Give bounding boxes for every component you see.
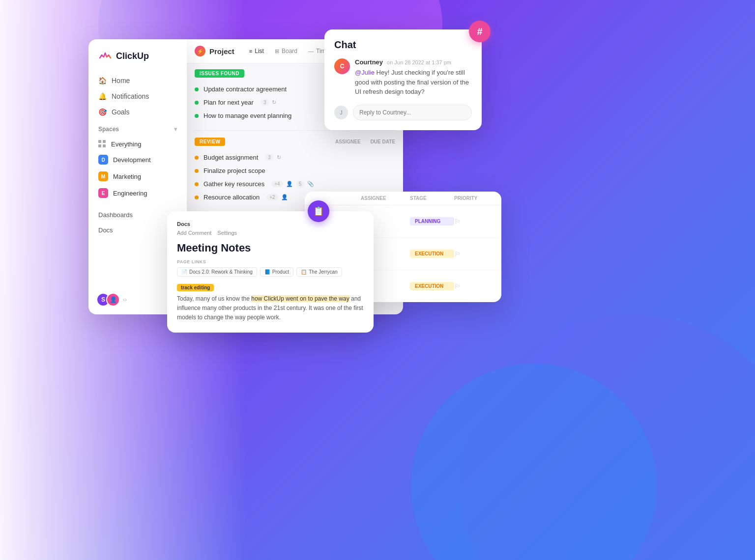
spaces-section-header: Spaces ▾ [88,120,187,137]
col-due-review: DUE DATE [371,139,395,144]
task-extras: 3 ↻ [261,99,277,106]
space-development-label: Development [113,156,151,164]
link-label-3: The Jerrycan [309,269,337,275]
col-assignee-review: ASSIGNEE [335,139,361,144]
link-label-2: Product [272,269,289,275]
task-dot [195,101,199,105]
space-item-everything[interactable]: Everything [88,137,187,151]
section-divider [195,130,395,131]
badge-review: REVIEW [195,138,225,146]
task-extras: +2 👤 [266,194,288,200]
chat-reply-input[interactable] [353,105,472,120]
chat-meta: Courtney on Jun 28 2022 at 1:37 pm [355,58,472,66]
space-dot-development: D [98,155,108,165]
task-label: Finalize project scope [203,167,265,174]
footer-chevron: ‹› [123,296,127,303]
chat-mention: @Julie [355,69,375,76]
chat-reply-row: J [334,105,472,120]
task-label: How to manage event planning [203,112,291,119]
doc-float-icon: 📋 [308,200,329,222]
home-icon: 🏠 [98,77,107,84]
priority-icon: 🏳 [454,218,494,225]
priority-icon: 🏳 [454,282,494,290]
doc-icon-symbol: 📋 [313,206,324,217]
col-priority-h: PRIORITY [454,196,494,201]
table-header: ASSIGNEE STAGE PRIORITY [305,192,501,205]
link-icon-3: 📋 [301,269,307,275]
tab-board[interactable]: ⊞ Board [270,45,302,57]
space-item-development[interactable]: D Development [88,151,187,168]
dashboards-label: Dashboards [98,211,133,219]
task-item[interactable]: Finalize project scope [195,164,395,177]
doc-panel: 📋 Docs Add Comment Settings Meeting Note… [167,211,374,333]
doc-highlight: how ClickUp went on to pave the way [251,295,349,302]
doc-body: Today, many of us know the how ClickUp w… [177,294,364,323]
space-item-marketing[interactable]: M Marketing [88,168,187,185]
task-item[interactable]: Gather key resources +4 👤 5 📎 [195,177,395,191]
tab-board-label: Board [282,48,297,55]
docs-label: Docs [98,226,113,234]
task-dot [195,156,199,160]
chat-time: on Jun 28 2022 at 1:37 pm [387,59,451,65]
link-label-1: Docs 2.0: Rework & Thinking [189,269,253,275]
logo: ClickUp [88,49,187,73]
sidebar-item-home[interactable]: 🏠 Home [88,73,187,88]
task-dot [195,196,199,199]
project-label: Project [209,47,234,56]
chat-content: Courtney on Jun 28 2022 at 1:37 pm @Juli… [355,58,472,97]
sidebar-item-home-label: Home [112,77,130,84]
space-everything-label: Everything [111,140,141,148]
avatar-user2: 👤 [106,293,120,307]
sidebar-footer: S 👤 ‹› [96,293,127,307]
sidebar-item-notifications[interactable]: 🔔 Notifications [88,88,187,104]
task-extras: +4 👤 5 📎 [271,181,314,187]
col-stage-h: STAGE [410,196,454,201]
stage-badge-execution: EXECUTION [410,250,454,258]
space-marketing-label: Marketing [113,173,141,180]
task-label: Update contractor agreement [203,85,287,93]
chat-title: Chat [334,39,472,51]
doc-link-1[interactable]: 📄 Docs 2.0: Rework & Thinking [177,267,257,277]
priority-icon: 🏳 [454,250,494,258]
chat-panel: # Chat C Courtney on Jun 28 2022 at 1:37… [324,29,482,130]
list-icon: ≡ [249,48,252,54]
avatar-icon: 👤 [281,194,288,200]
project-icon: ⚡ [195,46,205,56]
task-label: Budget assignment [203,154,258,161]
task-count: +4 [271,181,283,187]
logo-text: ClickUp [116,51,149,61]
task-extras: 3 ↻ [265,154,281,161]
clickup-logo-icon [98,49,112,63]
task-item[interactable]: Budget assignment 3 ↻ [195,151,395,164]
section-review-cols: ASSIGNEE DUE DATE [335,139,395,144]
avatar-icon: 👤 [286,181,293,187]
task-count: 3 [265,154,274,161]
task-count: +2 [266,194,278,200]
doc-title: Docs [177,221,364,227]
subtask-icon: ↻ [272,99,276,106]
doc-link-3[interactable]: 📋 The Jerrycan [296,267,342,277]
spaces-label: Spaces [98,126,119,133]
sidebar-item-goals-label: Goals [112,108,130,116]
chevron-down-icon: ▾ [174,126,177,133]
space-item-engineering[interactable]: E Engineering [88,185,187,201]
stage-badge-execution-2: EXECUTION [410,282,454,290]
doc-links: 📄 Docs 2.0: Rework & Thinking 📘 Product … [177,267,364,277]
settings-button[interactable]: Settings [217,230,237,236]
sidebar-item-notifications-label: Notifications [112,92,149,100]
space-dot-engineering: E [98,188,108,198]
attach-count: 5 [296,181,305,187]
space-dot-marketing: M [98,171,108,181]
subtask-icon: ↻ [277,154,281,161]
chat-avatar-courtney: C [334,58,350,74]
add-comment-button[interactable]: Add Comment [177,230,211,236]
sidebar-item-goals[interactable]: 🎯 Goals [88,104,187,120]
doc-link-2[interactable]: 📘 Product [260,267,293,277]
tab-list[interactable]: ≡ List [244,45,269,57]
space-engineering-label: Engineering [113,190,147,197]
chat-text: @Julie Hey! Just checking if you're stil… [355,68,472,97]
tab-list-label: List [255,48,264,55]
project-title: ⚡ Project [195,46,234,56]
badge-issues: ISSUES FOUND [195,69,244,78]
task-count: 3 [261,99,269,106]
